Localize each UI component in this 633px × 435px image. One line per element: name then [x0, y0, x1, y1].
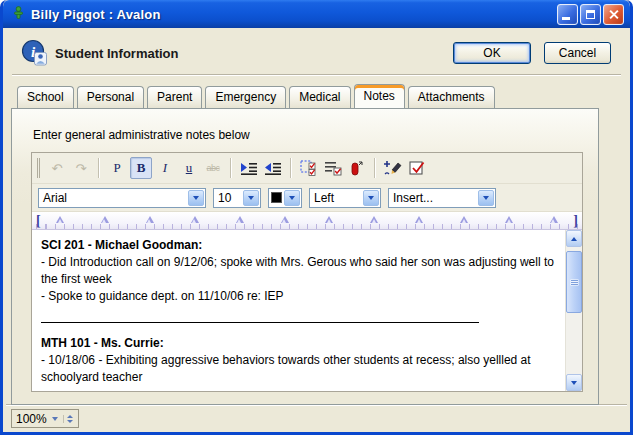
close-icon [608, 9, 619, 20]
zoom-spinner[interactable] [63, 415, 76, 423]
zoom-dropdown-button[interactable] [50, 417, 60, 421]
chevron-down-icon[interactable] [243, 190, 259, 206]
scroll-up-button[interactable] [566, 230, 582, 247]
font-family-value: Arial [43, 191, 67, 205]
note-line: - 10/18/06 - Exhibiting aggressive behav… [41, 352, 559, 386]
indent-icon[interactable] [238, 157, 260, 179]
chevron-down-icon [571, 381, 577, 385]
font-color-select[interactable] [268, 188, 302, 208]
tab-personal[interactable]: Personal [77, 86, 144, 108]
font-toolbar: Arial 10 Left Insert... [32, 184, 582, 212]
header-separator [12, 74, 621, 76]
chevron-down-icon [67, 420, 73, 423]
note-divider [41, 322, 479, 323]
chevron-up-icon [571, 237, 577, 241]
plain-style-button[interactable]: P [106, 157, 128, 179]
chevron-down-icon[interactable] [478, 190, 494, 206]
minimize-button[interactable] [557, 4, 578, 25]
notes-editor: ↶ ↷ P B I u abc [31, 152, 583, 392]
tab-notes[interactable]: Notes [354, 84, 405, 108]
toolbar-separator [230, 158, 232, 178]
vertical-scrollbar[interactable] [565, 230, 582, 391]
checkbox-selection-icon[interactable] [298, 157, 320, 179]
font-size-select[interactable]: 10 [213, 188, 261, 208]
notes-textarea[interactable]: SCI 201 - Michael Goodman: - Did Introdu… [32, 230, 582, 391]
bold-button[interactable]: B [130, 157, 152, 179]
toolbar-separator [98, 158, 100, 178]
outdent-icon[interactable] [262, 157, 284, 179]
underline-button[interactable]: u [178, 157, 200, 179]
zoom-control[interactable]: 100% [11, 409, 79, 428]
note-heading: SCI 201 - Michael Goodman: [41, 237, 559, 254]
spellcheck-icon[interactable] [406, 157, 428, 179]
italic-button[interactable]: I [154, 157, 176, 179]
toolbar-grip-handle[interactable] [37, 158, 40, 178]
toolbar-separator [374, 158, 376, 178]
app-icon [11, 6, 26, 22]
note-line: - Did Introduction call on 9/12/06; spok… [41, 254, 559, 288]
left-margin-marker[interactable]: [ [36, 213, 41, 229]
add-note-icon[interactable] [382, 157, 404, 179]
alignment-value: Left [314, 191, 334, 205]
scrollbar-track[interactable] [566, 313, 582, 374]
dialog-window: Billy Piggot : Avalon i Student Informat… [0, 0, 633, 435]
checklist-icon[interactable] [322, 157, 344, 179]
scrollbar-thumb[interactable] [566, 251, 582, 313]
maximize-button[interactable] [580, 4, 601, 25]
note-content[interactable]: SCI 201 - Michael Goodman: - Did Introdu… [32, 230, 565, 391]
chevron-up-icon [67, 415, 73, 418]
titlebar: Billy Piggot : Avalon [3, 0, 630, 28]
scroll-down-button[interactable] [566, 374, 582, 391]
zoom-value: 100% [16, 412, 47, 426]
page-title: Student Information [55, 46, 179, 61]
note-line: - Spoke to guidance dept. on 11/10/06 re… [41, 288, 559, 305]
insert-select[interactable]: Insert... [388, 188, 496, 208]
tab-attachments[interactable]: Attachments [408, 86, 495, 108]
tab-emergency[interactable]: Emergency [205, 86, 286, 108]
color-swatch [271, 192, 282, 203]
chevron-down-icon[interactable] [363, 190, 379, 206]
ruler-markers [56, 216, 558, 223]
minimize-icon [562, 17, 570, 20]
ok-button[interactable]: OK [453, 42, 531, 64]
tab-strip: School Personal Parent Emergency Medical… [17, 86, 495, 108]
insert-value: Insert... [393, 191, 433, 205]
font-family-select[interactable]: Arial [38, 188, 206, 208]
right-margin-marker[interactable]: ] [573, 213, 578, 229]
toolbar-separator [290, 158, 292, 178]
tab-medical[interactable]: Medical [289, 86, 350, 108]
note-heading: MTH 101 - Ms. Currie: [41, 335, 559, 352]
cancel-button[interactable]: Cancel [544, 42, 611, 64]
formatting-toolbar: ↶ ↷ P B I u abc [32, 153, 582, 184]
ruler[interactable]: [ ] [32, 212, 582, 230]
chevron-down-icon[interactable] [284, 190, 300, 206]
maximize-icon [586, 10, 595, 19]
tab-school[interactable]: School [17, 86, 74, 108]
chevron-down-icon [52, 417, 58, 421]
strikethrough-button[interactable]: abc [202, 157, 224, 179]
record-marker-icon[interactable] [346, 157, 368, 179]
font-size-value: 10 [218, 191, 231, 205]
student-information-icon: i [21, 39, 48, 66]
window-title: Billy Piggot : Avalon [31, 7, 557, 22]
alignment-select[interactable]: Left [309, 188, 381, 208]
tab-parent[interactable]: Parent [147, 86, 202, 108]
undo-icon[interactable]: ↶ [46, 157, 68, 179]
redo-icon[interactable]: ↷ [70, 157, 92, 179]
chevron-down-icon[interactable] [188, 190, 204, 206]
close-button[interactable] [603, 4, 624, 25]
notes-instruction-label: Enter general administrative notes below [33, 128, 250, 142]
